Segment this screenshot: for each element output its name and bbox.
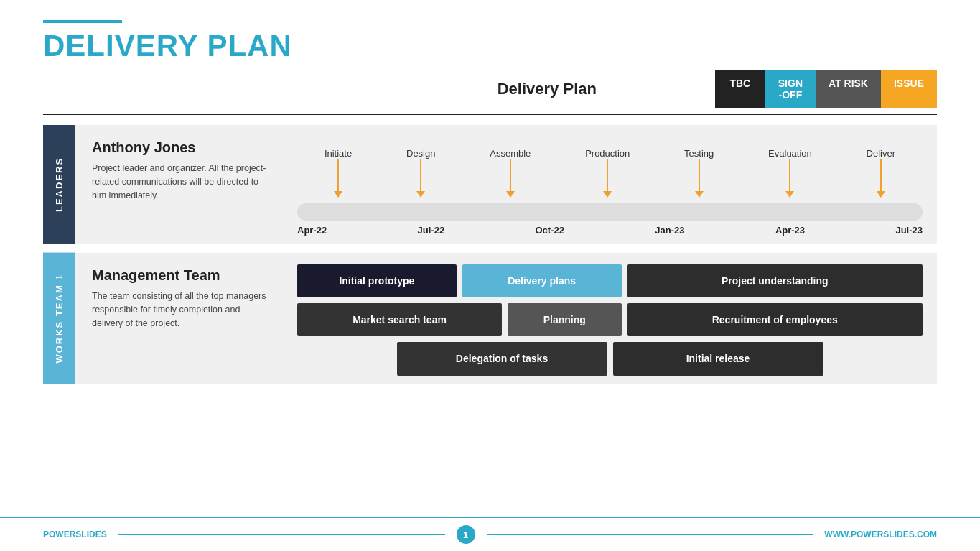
phase-testing-label: Testing [684,148,714,159]
task-recruitment: Recruitment of employees [627,303,923,336]
phase-assemble-label: Assemble [490,148,531,159]
works-tasks-area: Initial prototype Delivery plans Project… [290,253,937,384]
title-light: PLAN [207,29,291,62]
brand-dark: POWER [43,529,75,540]
main-content: LEADERS Anthony Jones Project leader and… [0,115,980,394]
svg-marker-3 [416,191,425,198]
leaders-info-box: Anthony Jones Project leader and organiz… [75,125,290,244]
timeline-bar [297,203,923,221]
title-dark: DELIVERY [43,29,207,62]
phase-initiate: Initiate [325,148,352,198]
phase-design: Design [406,148,435,198]
brand-light: SLIDES [75,529,106,540]
works-team-description: The team consisting of all the top manag… [92,290,273,330]
svg-marker-9 [695,191,704,198]
date-apr22: Apr-22 [297,225,327,236]
phases-container: Initiate Design Assemble [297,136,923,198]
leaders-sidebar-label: LEADERS [43,125,75,244]
tasks-row-3: Delegation of tasks Initial release [297,342,923,375]
works-team-name: Management Team [92,267,273,284]
phase-production-label: Production [585,148,630,159]
svg-marker-13 [877,191,885,198]
task-market-search: Market search team [297,303,502,336]
leader-description: Project leader and organizer. All the pr… [92,162,273,202]
phase-deliver: Deliver [867,148,895,198]
footer: POWERSLIDES 1 WWW.POWERSLIDES.COM [0,517,980,551]
phase-evaluation-arrow [789,159,790,198]
phase-initiate-arrow [337,159,339,198]
badge-issue: ISSUE [881,70,937,108]
footer-brand: POWERSLIDES [43,529,107,540]
svg-marker-5 [506,191,515,198]
badge-atrisk: AT RISK [816,70,881,108]
svg-marker-7 [603,191,612,198]
works-team-info-box: Management Team The team consisting of a… [75,253,290,384]
phase-production: Production [585,148,630,198]
phase-assemble: Assemble [490,148,531,198]
phase-design-label: Design [406,148,435,159]
task-planning: Planning [508,303,622,336]
plan-title-row: Delivery Plan TBC SIGN-OFF AT RISK ISSUE [0,70,980,108]
footer-page-number: 1 [457,525,475,544]
plan-title: Delivery Plan [379,80,715,98]
task-initial-prototype: Initial prototype [297,264,457,297]
date-apr23: Apr-23 [775,225,805,236]
leaders-section: LEADERS Anthony Jones Project leader and… [43,125,937,244]
date-jul22: Jul-22 [418,225,445,236]
phase-evaluation-label: Evaluation [768,148,812,159]
phase-production-arrow [607,159,608,198]
task-delegation: Delegation of tasks [397,342,607,375]
timeline-area: Initiate Design Assemble [290,125,937,244]
works-team-section: WORKS TEAM 1 Management Team The team co… [43,253,937,384]
phase-testing: Testing [684,148,714,198]
phase-deliver-label: Deliver [867,148,895,159]
footer-divider-left [118,534,445,535]
phase-assemble-arrow [510,159,511,198]
works-team-sidebar-label: WORKS TEAM 1 [43,253,75,384]
footer-divider-right [487,534,813,535]
svg-marker-1 [334,191,342,198]
page-title: DELIVERY PLAN [43,29,937,63]
header: DELIVERY PLAN [0,0,980,70]
leader-name: Anthony Jones [92,139,273,156]
task-project-understanding: Project understanding [627,264,923,297]
phase-testing-arrow [699,159,700,198]
task-initial-release: Initial release [613,342,823,375]
date-oct22: Oct-22 [535,225,564,236]
status-badges: TBC SIGN-OFF AT RISK ISSUE [715,70,937,108]
phase-initiate-label: Initiate [325,148,352,159]
phase-evaluation: Evaluation [768,148,812,198]
footer-website: WWW.POWERSLIDES.COM [824,529,937,540]
date-jan23: Jan-23 [655,225,684,236]
tasks-row-1: Initial prototype Delivery plans Project… [297,264,923,297]
tasks-row-2: Market search team Planning Recruitment … [297,303,923,336]
header-accent-line [43,20,122,23]
badge-signoff: SIGN-OFF [765,70,816,108]
date-labels: Apr-22 Jul-22 Oct-22 Jan-23 Apr-23 Jul-2… [297,225,923,236]
phase-design-arrow [420,159,421,198]
badge-tbc: TBC [715,70,765,108]
phase-deliver-arrow [880,159,882,198]
task-delivery-plans: Delivery plans [462,264,622,297]
svg-marker-11 [785,191,794,198]
date-jul23: Jul-23 [895,225,923,236]
